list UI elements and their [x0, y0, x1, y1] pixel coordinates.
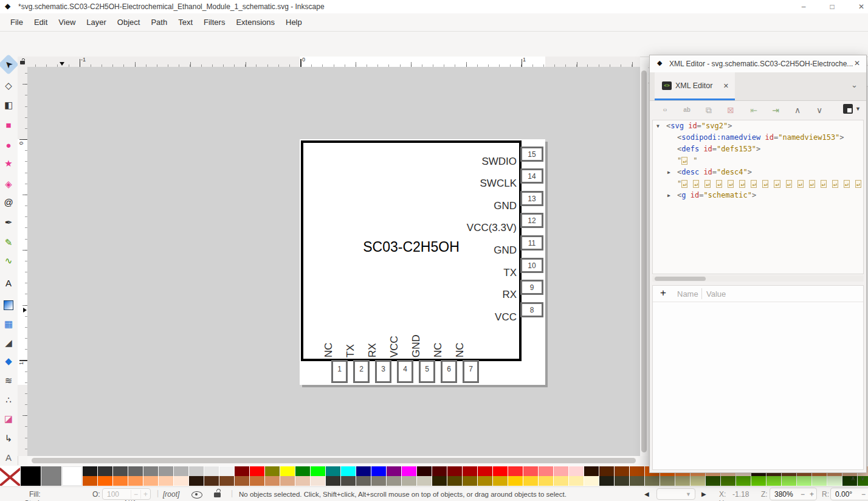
opacity-minus-button[interactable]: − [131, 490, 140, 499]
palette-swatch[interactable] [356, 466, 371, 476]
expand-node-icon[interactable]: ▶ [667, 167, 670, 178]
xml-tree-row[interactable]: ▶<desc id="desc4"> [653, 167, 863, 178]
menu-view[interactable]: View [53, 15, 81, 29]
palette-swatch[interactable] [41, 466, 61, 486]
palette-swatch[interactable] [721, 476, 735, 486]
palette-swatch[interactable] [128, 466, 143, 476]
palette-swatch[interactable] [341, 476, 356, 486]
layer-visibility-icon[interactable] [191, 491, 202, 499]
palette-swatch[interactable] [159, 476, 173, 486]
palette-swatch[interactable] [584, 476, 599, 486]
palette-swatch[interactable] [371, 476, 386, 486]
palette-swatch[interactable] [782, 476, 796, 486]
eraser-tool[interactable]: ◪ [1, 412, 16, 426]
add-attribute-button[interactable]: + [660, 287, 666, 299]
rotation-field[interactable]: 0.00° − + [830, 488, 868, 500]
palette-swatch[interactable] [569, 466, 584, 476]
palette-swatch[interactable] [827, 476, 842, 486]
palette-swatch[interactable] [235, 476, 249, 486]
next-layer-button[interactable]: ▶ [701, 491, 706, 497]
palette-swatch[interactable] [265, 466, 280, 476]
palette-swatch[interactable] [387, 476, 401, 486]
xml-tree-row[interactable]: "↵" [653, 155, 863, 167]
palette-swatch[interactable] [630, 466, 644, 476]
node-tool[interactable]: ◇ [1, 78, 16, 93]
palette-swatch[interactable] [204, 466, 219, 476]
palette-swatch[interactable] [432, 466, 447, 476]
palette-swatch[interactable] [417, 466, 432, 476]
tab-close-icon[interactable]: ✕ [723, 82, 729, 90]
current-layer-indicator[interactable]: [root] [163, 490, 179, 499]
palette-swatch[interactable] [539, 476, 553, 486]
palette-swatch[interactable] [615, 466, 629, 476]
indent-node-icon[interactable]: ⇥ [768, 103, 784, 117]
palette-swatch[interactable] [508, 476, 523, 486]
palette-swatch[interactable] [766, 476, 781, 486]
layer-lock-icon[interactable] [214, 492, 221, 497]
menu-extensions[interactable]: Extensions [230, 15, 280, 29]
panel-layout-button[interactable] [843, 104, 853, 114]
shape-builder-tool[interactable]: ◧ [1, 98, 16, 112]
palette-swatch[interactable] [83, 476, 97, 486]
xml-tree-scrollbar[interactable] [652, 275, 864, 282]
palette-swatch[interactable] [447, 466, 462, 476]
chevron-down-icon[interactable]: ▼ [855, 106, 861, 112]
palette-swatch[interactable] [751, 476, 766, 486]
unindent-node-icon[interactable]: ⇤ [746, 103, 762, 117]
schematic-title[interactable]: SC03-C2H5OH [301, 239, 522, 255]
palette-swatch[interactable] [599, 466, 614, 476]
palette-swatch[interactable] [235, 466, 249, 476]
delete-node-icon[interactable]: ⊠ [723, 103, 739, 117]
palette-swatch[interactable] [219, 476, 234, 486]
menu-text[interactable]: Text [173, 15, 198, 29]
palette-swatch[interactable] [265, 476, 280, 486]
ruler-corner[interactable] [18, 57, 27, 67]
palette-swatch[interactable] [295, 466, 310, 476]
xml-tree-row[interactable]: <defs id="defs153"> [653, 143, 863, 155]
tab-xml-editor[interactable]: <> XML Editor ✕ [655, 72, 735, 100]
palette-swatch[interactable] [219, 466, 234, 476]
xml-editor-titlebar[interactable]: ◆ XML Editor - svg.schematic.SC03-C2H5OH… [650, 55, 866, 73]
palette-swatch[interactable] [539, 466, 553, 476]
palette-swatch[interactable] [113, 466, 128, 476]
palette-swatch[interactable] [478, 476, 492, 486]
spiral-tool[interactable]: @ [1, 195, 16, 210]
palette-swatch[interactable] [189, 476, 204, 486]
palette-swatch[interactable] [615, 476, 629, 486]
expand-node-icon[interactable]: ▶ [667, 190, 670, 201]
ellipse-tool[interactable]: ● [1, 138, 16, 153]
maximize-button[interactable]: □ [823, 1, 841, 12]
palette-swatch[interactable] [387, 466, 401, 476]
palette-swatch[interactable] [554, 476, 568, 486]
menu-help[interactable]: Help [280, 15, 308, 29]
zoom-field[interactable]: 380% − + [770, 488, 817, 500]
palette-swatch[interactable] [797, 476, 811, 486]
palette-swatch[interactable] [584, 466, 599, 476]
palette-swatch[interactable] [599, 476, 614, 486]
palette-scroll-down-icon[interactable]: ∨ [858, 474, 867, 483]
text-tool[interactable]: A [1, 276, 16, 291]
new-text-node-icon[interactable]: ab [679, 103, 695, 117]
palette-swatch[interactable] [159, 466, 173, 476]
palette-swatch[interactable] [128, 476, 143, 486]
palette-swatch[interactable] [62, 466, 82, 486]
xml-tree-row[interactable]: <sodipodi:namedview id="namedview153"> [653, 132, 863, 143]
palette-swatch[interactable] [463, 476, 477, 486]
menu-layer[interactable]: Layer [81, 15, 112, 29]
close-button[interactable]: ✕ [852, 1, 868, 12]
vertical-ruler[interactable]: 01 [18, 67, 27, 456]
xml-tree-row[interactable]: ▶<g id="schematic"> [653, 190, 863, 201]
prev-layer-button[interactable]: ◀ [644, 491, 649, 497]
menu-file[interactable]: File [5, 15, 29, 29]
opacity-field[interactable]: 100 − + [102, 488, 151, 500]
palette-swatch[interactable] [204, 476, 219, 486]
menu-path[interactable]: Path [145, 15, 173, 29]
palette-swatch[interactable] [311, 466, 325, 476]
xml-tree-row[interactable]: ▼<svg id="svg2"> [653, 120, 863, 132]
palette-swatch[interactable] [463, 466, 477, 476]
palette-swatch[interactable] [295, 476, 310, 486]
palette-swatch[interactable] [280, 476, 295, 486]
gradient-tool[interactable] [1, 297, 16, 312]
palette-swatch[interactable] [143, 466, 158, 476]
measure-tool[interactable]: A [1, 451, 16, 465]
